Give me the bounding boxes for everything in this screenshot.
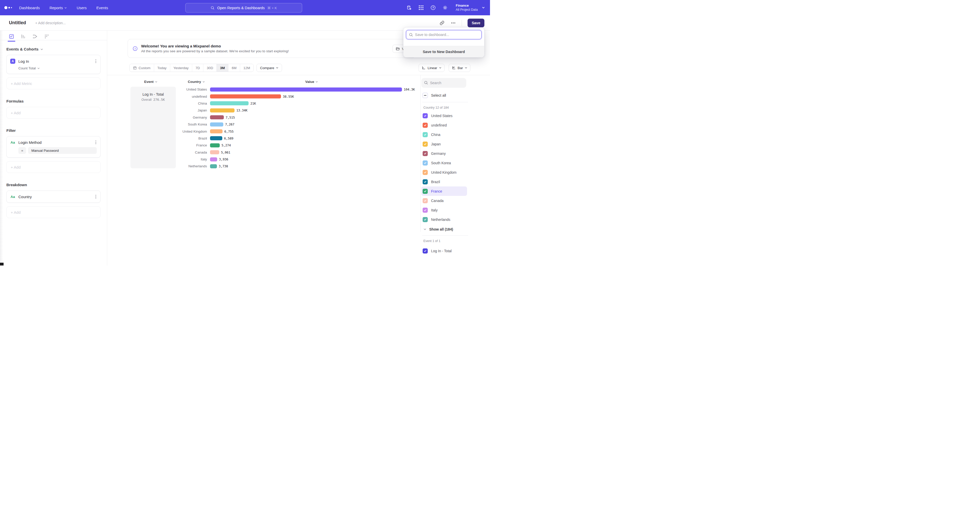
legend-checkbox[interactable] <box>423 132 428 137</box>
events-cohorts-selector[interactable]: Events & Cohorts <box>6 47 100 51</box>
legend-row-brazil[interactable]: Brazil <box>422 177 467 186</box>
check-icon <box>424 209 427 212</box>
save-dashboard-input[interactable] <box>406 30 482 39</box>
save-button[interactable]: Save <box>468 19 484 27</box>
range-button-custom[interactable]: Custom <box>130 64 154 72</box>
tab-funnels-icon[interactable] <box>20 33 26 40</box>
legend-row-canada[interactable]: Canada <box>422 196 467 205</box>
add-formula-button[interactable]: + Add <box>6 107 100 119</box>
legend-search[interactable] <box>422 78 466 88</box>
legend-checkbox[interactable] <box>423 217 428 222</box>
tab-retention-icon[interactable] <box>44 33 50 40</box>
compare-button[interactable]: Compare <box>256 64 282 72</box>
event-column-header[interactable]: Event <box>144 80 158 84</box>
bar-segment[interactable] <box>210 108 234 113</box>
select-all-checkbox[interactable] <box>423 93 428 98</box>
legend-row-netherlands[interactable]: Netherlands <box>422 215 467 224</box>
nav-item-dashboards[interactable]: Dashboards <box>19 6 40 10</box>
event-series-card[interactable]: Log In - Total Overall276.5K <box>130 87 176 168</box>
nav-item-users[interactable]: Users <box>76 6 86 10</box>
metric-event-name[interactable]: Log In <box>18 59 29 63</box>
value-column-header[interactable]: Value <box>305 80 318 84</box>
chart-type-selector-button[interactable]: Bar <box>449 64 470 72</box>
legend-checkbox[interactable] <box>423 123 428 128</box>
range-button-30d[interactable]: 30D <box>204 64 217 72</box>
filter-property-name[interactable]: Login Method <box>18 140 41 144</box>
mixpanel-logo-icon[interactable] <box>4 6 12 9</box>
nav-item-events[interactable]: Events <box>97 6 108 10</box>
select-all-row[interactable]: Select all <box>423 93 490 98</box>
legend-row-united-kingdom[interactable]: United Kingdom <box>422 168 467 177</box>
legend-checkbox[interactable] <box>423 170 428 175</box>
show-all-button[interactable]: Show all (184) <box>423 227 490 231</box>
more-options-icon[interactable] <box>450 20 456 26</box>
country-column-header[interactable]: Country <box>188 80 205 84</box>
add-description-field[interactable]: + Add description... <box>35 21 65 25</box>
metric-kebab-icon[interactable] <box>95 59 97 63</box>
legend-row-undefined[interactable]: undefined <box>422 120 467 130</box>
nav-item-reports[interactable]: Reports <box>49 6 67 10</box>
save-dashboard-search[interactable] <box>406 30 482 39</box>
legend-checkbox[interactable] <box>423 141 428 147</box>
add-metric-button[interactable]: + Add Metric <box>6 78 100 89</box>
metric-aggregation-selector[interactable]: Count Total <box>18 66 97 70</box>
range-button-7d[interactable]: 7D <box>192 64 204 72</box>
range-button-12m[interactable]: 12M <box>240 64 253 72</box>
legend-row-italy[interactable]: Italy <box>422 205 467 215</box>
add-breakdown-button[interactable]: + Add <box>6 206 100 218</box>
bar-segment[interactable] <box>210 136 222 140</box>
range-button-3m[interactable]: 3M <box>217 64 228 72</box>
nav-item-label: Dashboards <box>19 6 40 10</box>
legend-row-china[interactable]: China <box>422 130 467 139</box>
legend-row-france[interactable]: France <box>422 186 467 196</box>
metric-card[interactable]: A Log In Count Total <box>6 55 100 74</box>
data-management-icon[interactable] <box>406 5 412 11</box>
settings-gear-icon[interactable] <box>442 5 448 11</box>
filter-value-chip[interactable]: Manual Password <box>28 147 97 154</box>
legend-row-germany[interactable]: Germany <box>422 149 467 158</box>
breakdown-card[interactable]: Aa Country <box>6 190 100 203</box>
check-icon <box>424 190 427 193</box>
legend-row-japan[interactable]: Japan <box>422 139 467 149</box>
save-to-new-dashboard-button[interactable]: Save to New Dashboard <box>404 46 484 57</box>
legend-row-united-states[interactable]: United States <box>422 111 467 120</box>
bar-segment[interactable] <box>210 164 217 168</box>
bar-segment[interactable] <box>210 115 224 119</box>
help-icon[interactable]: ? <box>430 5 436 11</box>
bar-segment[interactable] <box>210 94 281 98</box>
range-button-yesterday[interactable]: Yesterday <box>170 64 192 72</box>
bar-segment[interactable] <box>210 150 219 154</box>
copy-link-icon[interactable] <box>439 20 445 26</box>
filter-operator-chip[interactable]: = <box>18 147 26 154</box>
breakdown-property-name[interactable]: Country <box>18 195 32 199</box>
project-selector[interactable]: Finance All Project Data <box>456 3 485 12</box>
scale-selector-button[interactable]: Linear <box>418 64 445 72</box>
range-button-6m[interactable]: 6M <box>228 64 240 72</box>
bar-segment[interactable] <box>210 157 217 162</box>
filter-card[interactable]: Aa Login Method = Manual Password <box>6 136 100 158</box>
legend-checkbox[interactable] <box>423 113 428 118</box>
bar-segment[interactable] <box>210 87 402 92</box>
filter-kebab-icon[interactable] <box>95 140 97 144</box>
bar-segment[interactable] <box>210 129 223 133</box>
legend-checkbox[interactable] <box>423 198 428 203</box>
global-search-button[interactable]: Open Reports & Dashboards ⌘ + K <box>185 3 302 13</box>
bar-segment[interactable] <box>210 101 248 105</box>
report-title[interactable]: Untitled <box>9 20 26 25</box>
legend-checkbox[interactable] <box>423 249 428 254</box>
bar-segment[interactable] <box>210 122 223 127</box>
tab-flows-icon[interactable] <box>32 33 38 40</box>
legend-row-log-in-total[interactable]: Log In - Total <box>422 246 467 255</box>
range-button-today[interactable]: Today <box>154 64 170 72</box>
tab-insights-icon[interactable] <box>8 33 14 40</box>
legend-checkbox[interactable] <box>423 179 428 184</box>
legend-row-south-korea[interactable]: South Korea <box>422 158 467 168</box>
legend-checkbox[interactable] <box>423 151 428 156</box>
apps-grid-icon[interactable] <box>418 5 424 11</box>
legend-checkbox[interactable] <box>423 208 428 213</box>
legend-checkbox[interactable] <box>423 189 428 194</box>
legend-checkbox[interactable] <box>423 160 428 165</box>
breakdown-kebab-icon[interactable] <box>95 194 97 199</box>
add-filter-button[interactable]: + Add <box>6 161 100 173</box>
bar-segment[interactable] <box>210 143 220 147</box>
